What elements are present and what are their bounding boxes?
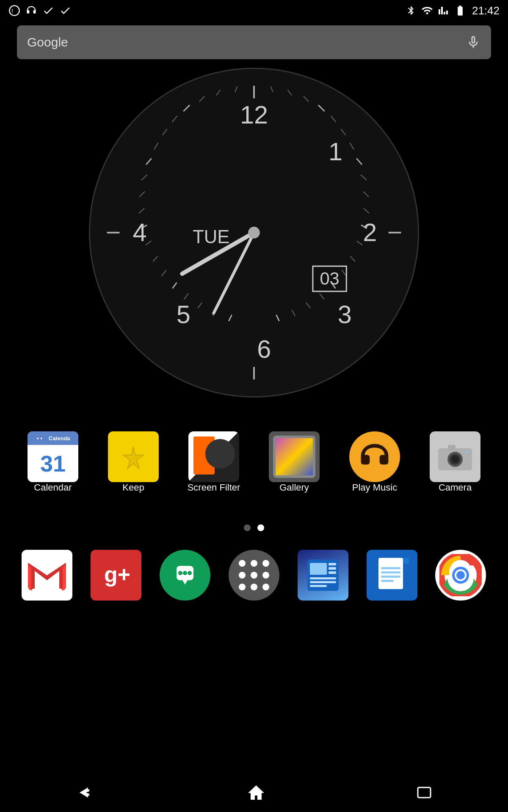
mic-icon[interactable]	[466, 35, 481, 50]
svg-text:TUE: TUE	[193, 226, 229, 247]
svg-rect-84	[310, 585, 327, 587]
svg-point-58	[248, 227, 260, 239]
svg-line-7	[287, 90, 292, 96]
svg-line-11	[341, 129, 345, 135]
svg-rect-86	[403, 558, 409, 564]
svg-line-24	[292, 310, 295, 316]
svg-text:6: 6	[257, 335, 271, 363]
app-keep[interactable]: Keep	[99, 431, 167, 493]
nav-bar	[0, 774, 508, 812]
dock-hangouts[interactable]	[151, 550, 219, 601]
dock-news[interactable]	[289, 550, 357, 601]
recent-button[interactable]	[414, 784, 435, 802]
dot-1[interactable]	[244, 524, 251, 531]
svg-line-39	[154, 143, 158, 150]
news-icon	[298, 550, 348, 601]
battery-icon	[453, 5, 467, 16]
svg-line-31	[162, 270, 166, 276]
app-play-music[interactable]: Play Music	[341, 431, 409, 493]
svg-text:2: 2	[363, 218, 377, 247]
svg-line-23	[306, 303, 310, 308]
keep-icon	[108, 431, 159, 482]
svg-rect-78	[310, 563, 327, 575]
svg-rect-81	[329, 571, 336, 574]
search-bar[interactable]: Google	[17, 25, 491, 59]
dock-app-drawer[interactable]	[220, 550, 288, 601]
dock-gmail[interactable]	[13, 550, 81, 601]
home-button[interactable]	[246, 782, 267, 804]
svg-line-14	[361, 175, 367, 180]
check2-icon	[59, 5, 71, 16]
svg-line-16	[364, 208, 369, 213]
svg-text:g+: g+	[104, 562, 130, 587]
chrome-icon	[435, 550, 486, 601]
svg-line-12	[350, 143, 354, 150]
svg-text:1: 1	[329, 137, 342, 166]
svg-line-32	[153, 256, 158, 262]
play-music-icon	[349, 431, 400, 482]
camera-label: Camera	[439, 482, 472, 493]
svg-line-10	[331, 116, 336, 122]
svg-text:5: 5	[177, 300, 190, 329]
svg-rect-88	[381, 571, 400, 573]
check1-icon	[42, 5, 54, 16]
svg-line-35	[139, 208, 144, 213]
svg-point-95	[456, 571, 465, 579]
app-camera[interactable]: Camera	[421, 431, 489, 493]
dock-gplus[interactable]: g+	[82, 550, 150, 601]
back-button[interactable]	[73, 784, 99, 802]
dock-chrome[interactable]	[427, 550, 494, 601]
svg-rect-80	[329, 567, 336, 570]
svg-text:4: 4	[133, 218, 147, 247]
svg-line-20	[342, 270, 346, 276]
svg-line-42	[183, 105, 190, 111]
svg-point-74	[183, 571, 187, 575]
gplus-icon: g+	[91, 550, 141, 601]
screen-filter-icon	[188, 431, 239, 482]
svg-line-9	[318, 105, 325, 111]
app-gallery[interactable]: Gallery	[260, 431, 328, 493]
svg-rect-87	[381, 567, 400, 569]
svg-rect-90	[381, 580, 394, 582]
clock-widget[interactable]: 12 1 2 3 6 5 4 TUE 03	[89, 68, 419, 398]
screen-filter-label: Screen Filter	[188, 482, 240, 493]
app-calendar[interactable]: ▪ ▪Calendar 31 Calendar	[19, 431, 87, 493]
svg-text:12: 12	[240, 101, 268, 129]
svg-line-19	[350, 256, 355, 262]
dot-2[interactable]	[257, 524, 264, 531]
docs-icon	[367, 550, 417, 601]
gallery-icon	[269, 431, 320, 482]
play-music-label: Play Music	[352, 482, 397, 493]
svg-line-43	[199, 96, 204, 102]
dock-docs[interactable]	[358, 550, 426, 601]
svg-line-30	[172, 283, 177, 288]
app-grid: ▪ ▪Calendar 31 Calendar Keep Screen Filt…	[0, 431, 508, 493]
hangouts-icon	[160, 550, 210, 601]
svg-rect-82	[310, 577, 336, 579]
svg-point-75	[188, 571, 192, 575]
dock: g+	[0, 550, 508, 601]
app-screen-filter[interactable]: Screen Filter	[180, 431, 248, 493]
svg-line-44	[216, 90, 221, 96]
calendar-icon: ▪ ▪Calendar 31	[28, 431, 78, 482]
svg-point-0	[9, 5, 19, 15]
svg-line-25	[276, 315, 279, 321]
svg-marker-61	[123, 447, 144, 469]
svg-text:▪ ▪: ▪ ▪	[37, 435, 42, 442]
clock-face: 12 1 2 3 6 5 4 TUE 03	[89, 68, 419, 398]
gallery-label: Gallery	[279, 482, 309, 493]
svg-line-8	[304, 96, 309, 102]
notification-icon: !	[8, 5, 20, 16]
page-dots	[244, 524, 264, 531]
svg-line-29	[184, 294, 188, 299]
keep-label: Keep	[122, 482, 144, 493]
svg-text:3: 3	[338, 300, 352, 329]
svg-line-15	[363, 192, 369, 197]
status-time: 21:42	[472, 4, 500, 17]
svg-rect-66	[448, 445, 456, 450]
status-left-icons: !	[8, 5, 71, 16]
svg-line-45	[235, 87, 237, 92]
svg-line-40	[163, 129, 167, 135]
google-search-label: Google	[27, 35, 466, 49]
svg-point-65	[452, 456, 458, 463]
